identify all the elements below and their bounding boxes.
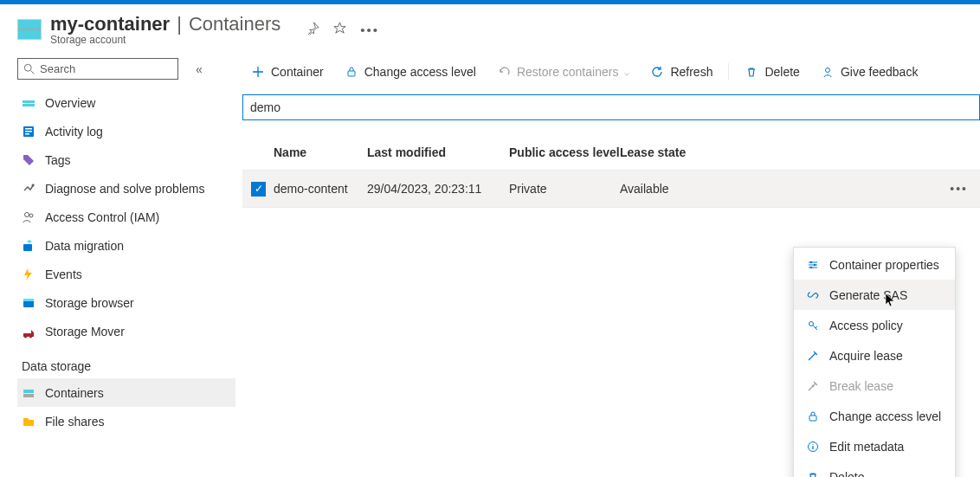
svg-rect-7	[25, 133, 29, 135]
svg-point-18	[810, 261, 813, 263]
acquire-lease-icon	[806, 349, 820, 363]
svg-point-20	[810, 266, 813, 268]
toolbar-label: Delete	[764, 65, 799, 79]
ctx-container-properties[interactable]: Container properties	[794, 249, 955, 280]
sidebar-item-file-shares[interactable]: File shares	[17, 407, 235, 435]
sidebar-item-events[interactable]: Events	[17, 260, 235, 288]
more-icon[interactable]: •••	[360, 23, 379, 37]
col-modified[interactable]: Last modified	[367, 145, 509, 159]
iam-icon	[22, 210, 35, 224]
ctx-access-policy[interactable]: Access policy	[794, 310, 955, 340]
sidebar-item-label: Data migration	[45, 239, 124, 253]
sidebar-section-storage: Data storage	[17, 345, 235, 378]
svg-rect-22	[809, 416, 816, 421]
link-icon	[806, 288, 820, 302]
sidebar-item-storage-browser[interactable]: Storage browser	[17, 288, 235, 317]
ctx-generate-sas[interactable]: Generate SAS	[794, 280, 955, 310]
lock-icon	[345, 65, 358, 79]
filter-input[interactable]: demo	[242, 94, 980, 120]
container-icon	[22, 386, 35, 400]
table-row[interactable]: ✓ demo-content 29/04/2023, 20:23:11 Priv…	[242, 171, 980, 208]
ctx-label: Acquire lease	[829, 349, 903, 363]
cell-modified: 29/04/2023, 20:23:11	[367, 182, 509, 196]
svg-rect-13	[23, 299, 34, 301]
toolbar: Container Change access level Restore co…	[235, 56, 980, 87]
sidebar: Search « Overview Activity log Tags Diag…	[0, 51, 235, 435]
row-more-button[interactable]: •••	[950, 182, 968, 196]
sidebar-item-storage-mover[interactable]: Storage Mover	[17, 317, 235, 345]
row-checkbox[interactable]: ✓	[251, 182, 266, 197]
cell-name: demo-content	[274, 182, 367, 196]
ctx-change-access[interactable]: Change access level	[794, 401, 955, 431]
events-icon	[22, 268, 35, 281]
cell-lease: Available	[620, 182, 741, 196]
sidebar-item-activity-log[interactable]: Activity log	[17, 117, 235, 145]
toolbar-label: Restore containers	[517, 65, 619, 79]
col-lease[interactable]: Lease state	[620, 145, 741, 159]
ctx-label: Access policy	[829, 319, 903, 332]
trash-icon	[745, 65, 758, 79]
svg-rect-16	[348, 71, 355, 76]
overview-icon	[22, 96, 35, 110]
tags-icon	[22, 153, 35, 167]
col-access[interactable]: Public access level	[509, 145, 620, 159]
col-name[interactable]: Name	[274, 145, 367, 159]
ctx-break-lease: Break lease	[794, 371, 955, 401]
ctx-label: Container properties	[829, 258, 939, 272]
star-icon[interactable]	[333, 22, 346, 37]
migration-icon	[22, 239, 35, 253]
ctx-label: Delete	[829, 470, 864, 478]
sidebar-item-overview[interactable]: Overview	[17, 88, 235, 117]
sidebar-item-iam[interactable]: Access Control (IAM)	[17, 203, 235, 231]
sidebar-item-label: Storage Mover	[45, 325, 125, 338]
svg-point-9	[25, 212, 29, 216]
feedback-icon	[821, 65, 835, 79]
svg-point-10	[29, 214, 33, 217]
toolbar-label: Change access level	[364, 65, 476, 79]
ctx-edit-metadata[interactable]: Edit metadata	[794, 431, 955, 461]
search-icon	[23, 63, 35, 75]
svg-point-0	[24, 64, 31, 71]
page-header: my-container | Containers Storage accoun…	[0, 4, 980, 46]
change-access-button[interactable]: Change access level	[336, 58, 485, 86]
ctx-acquire-lease[interactable]: Acquire lease	[794, 340, 955, 371]
lock-icon	[806, 409, 820, 423]
svg-point-8	[32, 184, 35, 186]
svg-rect-6	[25, 131, 32, 132]
sidebar-item-diagnose[interactable]: Diagnose and solve problems	[17, 174, 235, 203]
ctx-label: Change access level	[829, 409, 941, 423]
toolbar-label: Refresh	[670, 65, 712, 79]
svg-point-19	[814, 263, 816, 266]
account-name: my-container	[50, 13, 170, 35]
pin-icon[interactable]	[306, 22, 319, 37]
trash-icon	[806, 470, 820, 478]
log-icon	[22, 125, 35, 139]
svg-rect-15	[23, 394, 34, 397]
key-icon	[806, 319, 820, 332]
collapse-sidebar-icon[interactable]: «	[187, 62, 211, 76]
sidebar-item-migration[interactable]: Data migration	[17, 231, 235, 260]
table-header: Name Last modified Public access level L…	[242, 134, 980, 171]
sidebar-item-containers[interactable]: Containers	[17, 378, 235, 407]
context-menu: Container properties Generate SAS Access…	[793, 247, 956, 477]
search-input[interactable]: Search	[17, 58, 178, 80]
delete-button[interactable]: Delete	[736, 58, 808, 86]
svg-point-21	[809, 321, 814, 326]
settings-icon	[806, 258, 820, 272]
containers-table: Name Last modified Public access level L…	[242, 134, 980, 208]
sidebar-item-label: File shares	[45, 415, 104, 429]
sidebar-item-tags[interactable]: Tags	[17, 145, 235, 174]
add-container-button[interactable]: Container	[242, 58, 332, 86]
sidebar-item-label: Events	[45, 268, 82, 281]
plus-icon	[251, 65, 265, 79]
svg-rect-5	[25, 128, 32, 130]
sidebar-item-label: Activity log	[45, 125, 103, 139]
toolbar-label: Give feedback	[841, 65, 919, 79]
ctx-delete[interactable]: Delete	[794, 461, 955, 477]
restore-button: Restore containers ⌵	[488, 58, 639, 86]
feedback-button[interactable]: Give feedback	[812, 58, 927, 86]
chevron-down-icon: ⌵	[624, 68, 629, 77]
refresh-button[interactable]: Refresh	[642, 58, 721, 86]
svg-rect-3	[23, 104, 35, 106]
toolbar-separator	[728, 63, 729, 81]
